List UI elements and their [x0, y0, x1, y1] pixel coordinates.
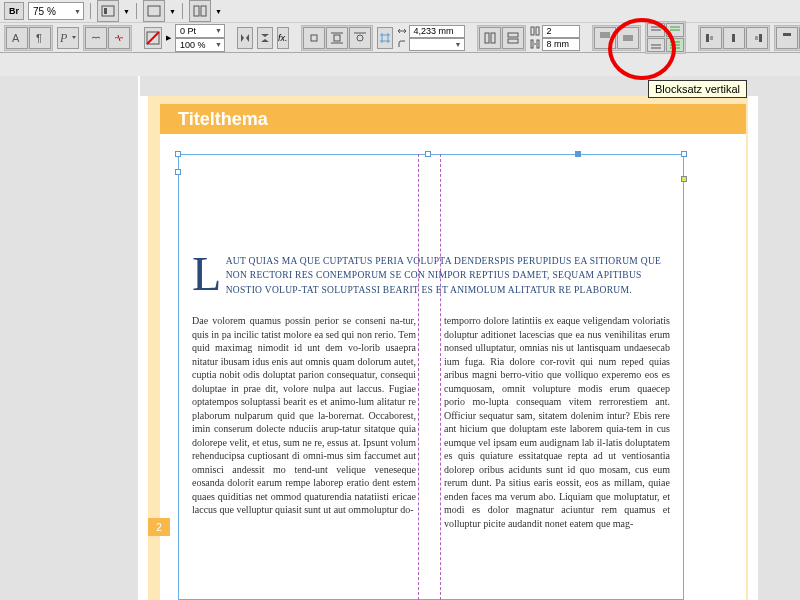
column-guide — [440, 154, 441, 600]
svg-line-10 — [147, 32, 159, 44]
corner-dropdown[interactable] — [409, 38, 465, 51]
align-hcenter-icon[interactable] — [723, 27, 745, 49]
break-link-icon[interactable] — [108, 27, 130, 49]
svg-point-15 — [357, 35, 363, 41]
svg-text:P: P — [59, 31, 68, 45]
svg-rect-43 — [732, 34, 735, 42]
valign-center-icon[interactable] — [617, 27, 639, 49]
width-icon — [397, 26, 407, 36]
svg-text:A: A — [12, 32, 20, 44]
svg-rect-46 — [783, 33, 791, 36]
lead-paragraph: L AUT QUIAS MA QUE CUPTATUS PERIA VOLUPT… — [192, 254, 670, 297]
cols-icon[interactable] — [479, 27, 501, 49]
svg-line-8 — [118, 35, 120, 41]
char-style-group: A ¶ — [4, 25, 53, 51]
cols-vert-icon[interactable] — [502, 27, 524, 49]
svg-rect-19 — [508, 33, 518, 37]
gutter-input[interactable]: 8 mm — [542, 38, 580, 51]
valign-top-icon[interactable] — [594, 27, 616, 49]
svg-rect-1 — [104, 8, 107, 14]
wrap-shape-icon[interactable] — [349, 27, 371, 49]
page-header: Titelthema — [160, 104, 746, 134]
svg-rect-17 — [485, 33, 489, 43]
svg-rect-12 — [334, 35, 340, 41]
view-mode-icon[interactable] — [97, 0, 119, 22]
body-column-1: Dae volorem quamus possin perior se cons… — [192, 314, 416, 517]
svg-rect-22 — [536, 27, 539, 35]
screen-mode-icon[interactable] — [143, 0, 165, 22]
stroke-none-icon[interactable] — [144, 27, 162, 49]
frame-handle[interactable] — [681, 151, 687, 157]
svg-rect-45 — [755, 36, 758, 40]
lead-text: AUT QUIAS MA QUE CUPTATUS PERIA VOLUPTA … — [226, 256, 662, 295]
tooltip: Blocksatz vertikal — [648, 80, 747, 98]
effects-icon[interactable]: fx. — [277, 27, 289, 49]
zoom-dropdown[interactable]: 75 % — [28, 2, 84, 20]
valign-bottom-icon[interactable] — [647, 38, 665, 52]
link-icon[interactable] — [85, 27, 107, 49]
align-right-icon[interactable] — [746, 27, 768, 49]
svg-text:¶: ¶ — [36, 32, 42, 44]
drop-cap: L — [192, 254, 226, 294]
workspace[interactable]: Titelthema 2 L AUT QUIAS MA QUE CUPTATUS… — [0, 76, 800, 600]
para-icon[interactable]: ¶ — [29, 27, 51, 49]
width-input[interactable]: 4,233 mm — [409, 25, 465, 38]
wrap-none-icon[interactable] — [303, 27, 325, 49]
valign-top-alt-icon[interactable] — [647, 23, 665, 37]
svg-rect-42 — [710, 36, 713, 40]
svg-rect-0 — [102, 6, 114, 16]
frame-out-port[interactable] — [681, 176, 687, 182]
column-guide — [418, 154, 419, 600]
svg-rect-21 — [531, 27, 534, 35]
frame-in-port[interactable] — [175, 169, 181, 175]
stroke-weight-input[interactable]: 0 Pt — [175, 24, 225, 38]
toolbar-row-main: A ¶ P ▶ 0 Pt 100 % fx. 4,233 mm 2 8 mm — [0, 22, 800, 52]
flip-v-icon[interactable] — [257, 27, 273, 49]
svg-rect-20 — [508, 39, 518, 43]
bridge-button[interactable]: Br — [4, 2, 24, 20]
page-number: 2 — [148, 518, 170, 536]
frame-handle[interactable] — [575, 151, 581, 157]
toolbar-row-top: Br 75 % ▼ ▼ ▼ — [0, 0, 800, 22]
cols-input[interactable]: 2 — [542, 25, 580, 38]
frame-handle[interactable] — [425, 151, 431, 157]
svg-rect-24 — [537, 40, 539, 48]
svg-rect-2 — [148, 6, 160, 16]
wrap-bbox-icon[interactable] — [326, 27, 348, 49]
svg-rect-41 — [706, 34, 709, 42]
body-column-2: temporro dolore latintiis ex eaque velig… — [444, 314, 670, 530]
scale-input[interactable]: 100 % — [175, 38, 225, 52]
char-icon[interactable]: A — [6, 27, 28, 49]
arrange-icon[interactable] — [189, 0, 211, 22]
svg-rect-4 — [201, 6, 206, 16]
flip-h-icon[interactable] — [237, 27, 253, 49]
align-left-icon[interactable] — [700, 27, 722, 49]
frame-handle[interactable] — [175, 151, 181, 157]
valign-justify-icon[interactable] — [666, 38, 684, 52]
page-setup-icon[interactable]: P — [57, 27, 79, 49]
svg-rect-3 — [194, 6, 199, 16]
svg-rect-23 — [531, 40, 533, 48]
svg-rect-44 — [759, 34, 762, 42]
valign-group-highlighted — [645, 21, 686, 54]
valign-justify-top-icon[interactable] — [666, 23, 684, 37]
svg-rect-18 — [491, 33, 495, 43]
crop-icon[interactable] — [377, 27, 393, 49]
corner-icon — [397, 39, 407, 49]
align-top-icon[interactable] — [776, 27, 798, 49]
svg-rect-11 — [311, 35, 317, 41]
